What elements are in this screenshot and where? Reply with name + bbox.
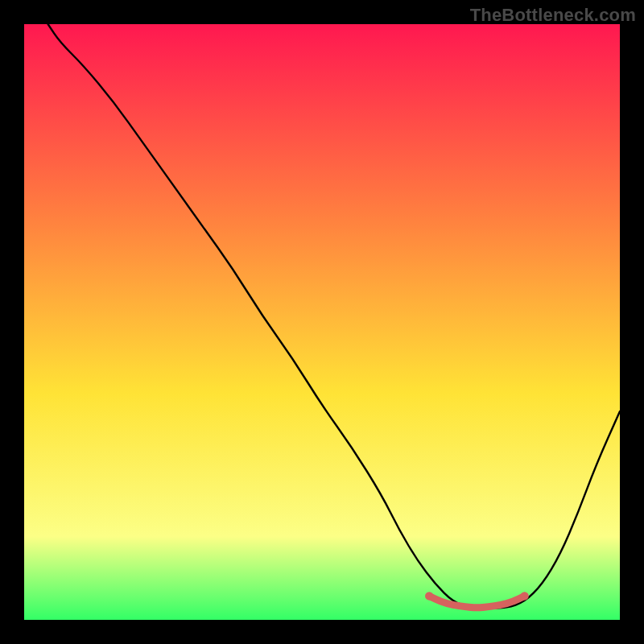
optimum-start-dot [425,592,433,600]
optimum-end-dot [520,592,528,600]
bottleneck-plot [0,0,644,644]
gradient-panel [24,24,620,620]
chart-stage: TheBottleneck.com [0,0,644,644]
watermark-text: TheBottleneck.com [470,5,636,26]
